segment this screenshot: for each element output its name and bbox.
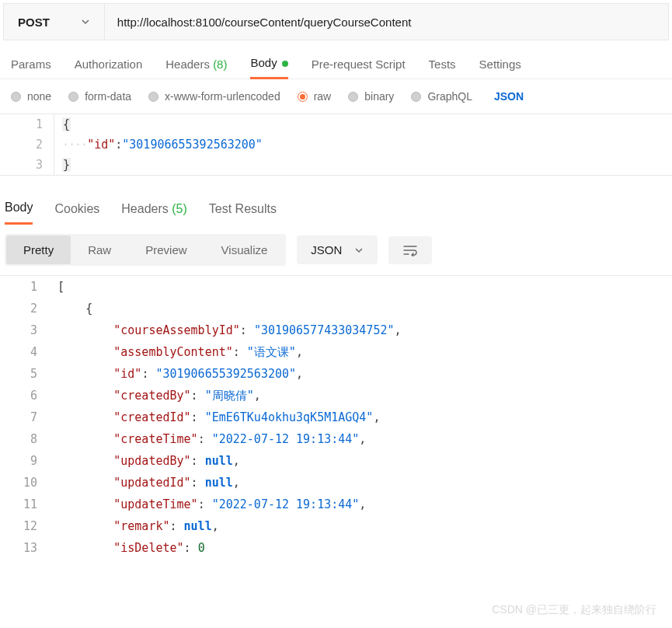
response-line: 2 { [0,298,672,319]
body-type-raw[interactable]: raw [298,90,332,103]
chevron-down-icon [81,17,90,26]
response-line: 11 "updateTime": "2022-07-12 19:13:44", [0,494,672,515]
response-tabs: Body Cookies Headers (5) Test Results [0,190,672,225]
body-type-form-data[interactable]: form-data [68,90,131,103]
radio-icon [298,92,308,102]
body-lang-select[interactable]: JSON [494,90,524,103]
response-lang-select[interactable]: JSON [297,236,378,264]
response-line: 12 "remark": null, [0,515,672,537]
wrap-lines-button[interactable] [388,236,432,264]
response-line: 5 "id": "301906655392563200", [0,363,672,385]
response-line: 7 "createdId": "EmE6TKu4okhu3qK5M1AGQ4", [0,406,672,428]
view-mode-group: Pretty Raw Preview Visualize [5,234,286,266]
request-body-editor[interactable]: 1{ 2····"id":"301906655392563200" 3} [0,113,672,176]
response-view-bar: Pretty Raw Preview Visualize JSON [0,225,672,275]
tab-headers[interactable]: Headers (8) [165,58,227,78]
response-line: 8 "createTime": "2022-07-12 19:13:44", [0,428,672,450]
radio-icon [68,92,78,102]
response-line: 3 "courseAssemblyId": "30190657743303475… [0,319,672,341]
tab-prerequest[interactable]: Pre-request Script [312,58,406,78]
chevron-down-icon [354,246,364,255]
resp-tab-body[interactable]: Body [5,201,33,225]
resp-tab-test-results[interactable]: Test Results [209,202,277,224]
body-type-binary[interactable]: binary [348,90,394,103]
radio-icon [348,92,358,102]
body-type-graphql[interactable]: GraphQL [411,90,472,103]
response-line: 4 "assemblyContent": "语文课", [0,341,672,363]
modified-dot-icon [282,61,288,67]
http-method-select[interactable]: POST [4,4,105,40]
view-preview[interactable]: Preview [128,236,204,264]
url-input[interactable] [105,4,668,40]
wrap-icon [402,244,418,256]
tab-tests[interactable]: Tests [429,58,456,78]
tab-params[interactable]: Params [11,58,51,78]
request-tabs: Params Authorization Headers (8) Body Pr… [0,44,672,79]
view-visualize[interactable]: Visualize [204,236,285,264]
response-line: 13 "isDelete": 0 [0,537,672,559]
tab-authorization[interactable]: Authorization [75,58,143,78]
body-type-row: none form-data x-www-form-urlencoded raw… [0,79,672,113]
resp-tab-headers[interactable]: Headers (5) [121,202,187,224]
response-line: 10 "updatedId": null, [0,472,672,494]
body-type-none[interactable]: none [11,90,51,103]
request-url-bar: POST [3,3,669,40]
tab-body[interactable]: Body [250,56,287,79]
response-line: 1[ [0,276,672,298]
radio-icon [11,92,21,102]
radio-icon [411,92,421,102]
response-body-editor[interactable]: 1[2 {3 "courseAssemblyId": "301906577433… [0,275,672,559]
response-line: 9 "updatedBy": null, [0,450,672,472]
view-pretty[interactable]: Pretty [6,236,71,264]
response-line: 6 "createdBy": "周晓倩", [0,385,672,406]
radio-icon [148,92,158,102]
http-method-label: POST [18,16,50,29]
view-raw[interactable]: Raw [71,236,128,264]
resp-tab-cookies[interactable]: Cookies [54,202,99,224]
body-type-xwww[interactable]: x-www-form-urlencoded [148,90,280,103]
tab-settings[interactable]: Settings [479,58,521,78]
